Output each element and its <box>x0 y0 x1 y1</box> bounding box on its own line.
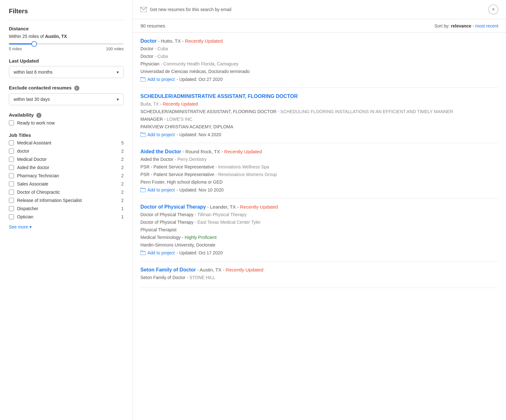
resume-detail-row: Penn Foster, High school diploma or GED <box>140 179 498 186</box>
see-more-button[interactable]: See more ▾ <box>9 224 32 229</box>
resume-detail-row: PSR - Patient Service Representative - R… <box>140 171 498 178</box>
job-title-name: Medical Assistant <box>17 140 121 145</box>
add-to-project-button[interactable]: Add to project - Updated: Oct 27 2020 <box>140 77 498 82</box>
email-bar-text: Get new resumes for this search by email <box>150 7 231 12</box>
resume-title-row: Doctor - Hutto, TX - Recently Updated <box>140 38 498 44</box>
exclude-contacted-label: Exclude contacted resumes i <box>9 85 124 91</box>
resume-title-link[interactable]: SCHEDULER/ADMINISTRATIVE ASSISTANT, FLOO… <box>140 94 298 99</box>
slider-thumb[interactable] <box>31 41 37 47</box>
job-title-row: Optician 1 <box>9 214 124 219</box>
resume-title-row: SCHEDULER/ADMINISTRATIVE ASSISTANT, FLOO… <box>140 94 498 99</box>
resume-detail-row: Doctor - Cuba <box>140 53 498 60</box>
resume-title-row: Doctor of Physical Therapy - Leander, TX… <box>140 204 498 210</box>
resume-location: - Leander, TX - Recently Updated <box>207 204 278 210</box>
updated-text: - Updated: Nov 4 2020 <box>176 132 221 137</box>
resume-card: Seton Family of Doctor - Austin, TX - Re… <box>140 261 498 288</box>
job-title-checkbox-3[interactable] <box>9 165 14 170</box>
exclude-contacted-select[interactable]: within last 30 days ▾ <box>9 93 124 105</box>
resume-detail-row: Seton Family of Doctor - STONE HILL <box>140 274 498 281</box>
sidebar: Filters Distance Within 25 miles of Aust… <box>0 0 133 420</box>
sort-most-recent-link[interactable]: most recent <box>475 23 498 28</box>
distance-description: Within 25 miles of Austin, TX <box>9 34 124 39</box>
last-updated-select[interactable]: within last 6 months ▾ <box>9 66 124 78</box>
job-title-name: Release of Information Specialist <box>17 198 121 203</box>
exclude-info-icon[interactable]: i <box>74 86 79 91</box>
job-title-row: Dispatcher 1 <box>9 206 124 211</box>
add-to-project-label: Add to project <box>147 132 175 137</box>
add-to-project-label: Add to project <box>147 250 175 255</box>
job-title-count: 2 <box>121 165 124 170</box>
job-title-checkbox-8[interactable] <box>9 206 14 211</box>
last-updated-label: Last Updated <box>9 58 124 64</box>
resume-detail-row: Hardin-Simmons University, Doctorate <box>140 242 498 248</box>
sort-bar: Sort by: relevance - most recent <box>435 23 498 28</box>
folder-icon <box>140 77 145 82</box>
add-to-project-button[interactable]: Add to project - Updated: Oct 17 2020 <box>140 250 498 255</box>
highly-proficient-badge: Highly Proficient <box>185 235 217 240</box>
results-count: 90 resumes <box>140 23 165 28</box>
job-title-count: 2 <box>121 181 124 186</box>
resume-detail-row: MANAGER - LOWE'S INC <box>140 116 498 123</box>
job-title-count: 1 <box>121 206 124 211</box>
job-title-row: Doctor of Chiropractic 2 <box>9 190 124 195</box>
resume-card: Doctor of Physical Therapy - Leander, TX… <box>140 198 498 261</box>
resume-title-link[interactable]: Seton Family of Doctor <box>140 267 196 272</box>
slider-fill <box>9 43 34 45</box>
ready-to-work-checkbox[interactable] <box>9 120 14 125</box>
job-title-name: Aided the doctor <box>17 165 121 170</box>
job-title-name: Optician <box>17 214 121 219</box>
availability-info-icon[interactable]: i <box>36 113 41 118</box>
job-title-count: 2 <box>121 173 124 178</box>
job-title-name: Medical Doctor <box>17 157 121 162</box>
folder-icon <box>140 251 145 255</box>
distance-filter: Distance Within 25 miles of Austin, TX 5… <box>9 26 124 51</box>
distance-label: Distance <box>9 26 124 31</box>
email-bar-content: Get new resumes for this search by email <box>140 7 231 12</box>
results-list: Doctor - Hutto, TX - Recently Updated Do… <box>133 33 506 420</box>
job-titles-filter: Job Titles Medical Assistant 5 doctor 2 … <box>9 132 124 229</box>
folder-svg-icon <box>140 188 145 192</box>
resume-title-link[interactable]: Doctor of Physical Therapy <box>140 204 206 210</box>
job-title-checkbox-4[interactable] <box>9 173 14 178</box>
job-title-checkbox-1[interactable] <box>9 149 14 154</box>
resume-detail-row: Doctor of Physical Therapy - Tillman Phy… <box>140 211 498 218</box>
sort-separator: - <box>472 23 475 28</box>
job-title-checkbox-6[interactable] <box>9 190 14 195</box>
close-email-button[interactable]: × <box>488 4 498 15</box>
job-title-name: doctor <box>17 149 121 154</box>
job-title-checkbox-0[interactable] <box>9 140 14 145</box>
resume-card: Doctor - Hutto, TX - Recently Updated Do… <box>140 33 498 88</box>
add-to-project-button[interactable]: Add to project - Updated: Nov 4 2020 <box>140 132 498 137</box>
updated-text: - Updated: Oct 27 2020 <box>176 77 223 82</box>
resume-location: - Round Rock, TX - Recently Updated <box>182 149 262 154</box>
resume-location: - Hutto, TX - Recently Updated <box>158 38 223 44</box>
resume-card: SCHEDULER/ADMINISTRATIVE ASSISTANT, FLOO… <box>140 88 498 143</box>
job-title-checkbox-2[interactable] <box>9 157 14 162</box>
job-title-row: Pharmacy Technician 2 <box>9 173 124 178</box>
ready-to-work-row: Ready to work now <box>9 120 124 125</box>
resume-title-link[interactable]: Doctor <box>140 38 157 44</box>
job-title-row: Medical Assistant 5 <box>9 140 124 145</box>
slider-min-label: 5 miles <box>9 46 22 51</box>
job-title-row: Medical Doctor 2 <box>9 157 124 162</box>
job-title-count: 2 <box>121 190 124 195</box>
slider-track <box>9 43 124 45</box>
job-title-name: Doctor of Chiropractic <box>17 190 121 195</box>
job-title-checkbox-5[interactable] <box>9 181 14 186</box>
resume-title-link[interactable]: Aided the Doctor <box>140 149 181 154</box>
job-titles-list: Medical Assistant 5 doctor 2 Medical Doc… <box>9 140 124 219</box>
job-title-checkbox-7[interactable] <box>9 198 14 203</box>
resume-detail-row: Physical Therapist <box>140 227 498 233</box>
job-title-count: 2 <box>121 198 124 203</box>
add-to-project-button[interactable]: Add to project - Updated: Nov 10 2020 <box>140 187 498 192</box>
add-to-project-label: Add to project <box>147 187 175 192</box>
distance-slider-container[interactable] <box>9 43 124 45</box>
availability-label: Availability i <box>9 112 124 118</box>
folder-svg-icon <box>140 251 145 255</box>
job-title-checkbox-9[interactable] <box>9 214 14 219</box>
updated-text: - Updated: Oct 17 2020 <box>176 250 223 255</box>
job-title-row: Sales Associate 2 <box>9 181 124 186</box>
add-to-project-label: Add to project <box>147 77 175 82</box>
sort-relevance: relevance <box>451 23 472 28</box>
resume-detail-row: Universidad de Ciencias médicas, Doctora… <box>140 68 498 75</box>
